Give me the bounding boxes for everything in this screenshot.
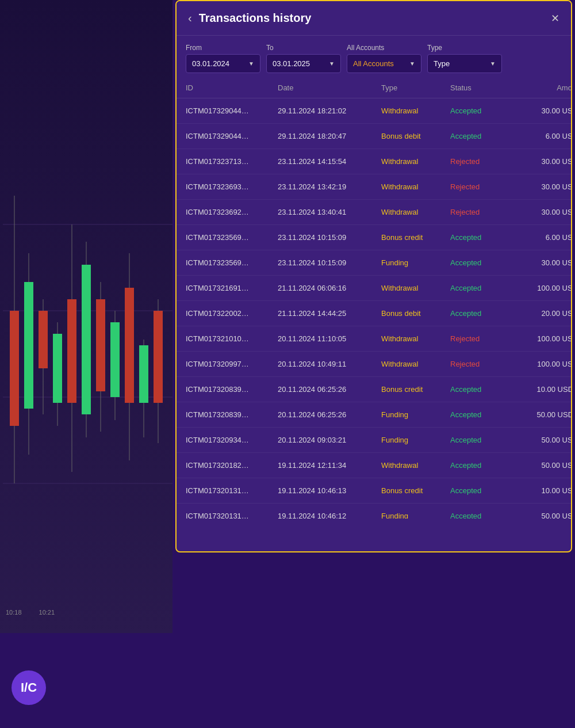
table-row[interactable]: ICTM017323713… 23.11.2024 14:15:54 Withd…: [177, 149, 571, 174]
cell-type: Funding: [381, 410, 450, 419]
table-row[interactable]: ICTM017322002… 21.11.2024 14:44:25 Bonus…: [177, 301, 571, 326]
svg-rect-9: [39, 311, 48, 368]
cell-amount: 100.00 USD ›: [508, 360, 571, 368]
table-row[interactable]: ICTM017323693… 23.11.2024 13:42:19 Withd…: [177, 174, 571, 200]
from-date-value: 03.01.2024: [192, 59, 229, 68]
cell-date: 19.11.2024 10:46:12: [278, 512, 381, 519]
cell-amount: 50.00 USD ›: [508, 436, 571, 444]
accounts-filter-label: All Accounts: [347, 44, 421, 52]
cell-amount: 30.00 USD ›: [508, 157, 571, 166]
cell-id: ICTM017329044…: [186, 106, 278, 115]
time-label-1: 10:18: [6, 609, 22, 616]
cell-type: Withdrawal: [381, 284, 450, 292]
close-button[interactable]: ✕: [551, 12, 559, 25]
cell-id: ICTM017320131…: [186, 512, 278, 519]
table-row[interactable]: ICTM017329044… 29.11.2024 18:20:47 Bonus…: [177, 124, 571, 149]
back-button[interactable]: ‹: [188, 12, 192, 25]
cell-date: 20.11.2024 06:25:26: [278, 410, 381, 419]
accounts-select[interactable]: All Accounts ▼: [347, 54, 421, 73]
cell-amount: 50.00 USDT ›: [508, 410, 571, 419]
from-filter-group: From 03.01.2024 ▼: [186, 44, 260, 73]
cell-id: ICTM017320997…: [186, 360, 278, 368]
cell-date: 19.11.2024 12:11:34: [278, 461, 381, 470]
table-row[interactable]: ICTM017320839… 20.11.2024 06:25:26 Fundi…: [177, 402, 571, 428]
cell-status: Rejected: [450, 157, 508, 166]
logo[interactable]: I/C: [12, 670, 46, 705]
svg-rect-11: [53, 334, 62, 403]
cell-type: Withdrawal: [381, 360, 450, 368]
cell-amount: 20.00 USD ›: [508, 309, 571, 318]
table-row[interactable]: ICTM017320182… 19.11.2024 12:11:34 Withd…: [177, 453, 571, 478]
cell-type: Funding: [381, 258, 450, 267]
chart-background: 10:18 10:21: [0, 0, 172, 633]
table-row[interactable]: ICTM017321691… 21.11.2024 06:06:16 Withd…: [177, 276, 571, 301]
cell-date: 23.11.2024 14:15:54: [278, 157, 381, 166]
cell-amount: 100.00 USD ›: [508, 284, 571, 292]
table-row[interactable]: ICTM017323569… 23.11.2024 10:15:09 Bonus…: [177, 225, 571, 250]
cell-date: 29.11.2024 18:20:47: [278, 132, 381, 140]
from-date-select[interactable]: 03.01.2024 ▼: [186, 54, 260, 73]
cell-date: 20.11.2024 10:49:11: [278, 360, 381, 368]
cell-id: ICTM017329044…: [186, 132, 278, 140]
cell-amount: 6.00 USD ›: [508, 233, 571, 242]
col-header-type: Type: [381, 83, 450, 92]
cell-status: Accepted: [450, 486, 508, 495]
cell-status: Accepted: [450, 385, 508, 394]
cell-type: Withdrawal: [381, 157, 450, 166]
table-row[interactable]: ICTM017320934… 20.11.2024 09:03:21 Fundi…: [177, 428, 571, 453]
type-chevron-icon: ▼: [490, 60, 496, 67]
transactions-modal: ‹ Transactions history ✕ From 03.01.2024…: [175, 0, 572, 552]
cell-type: Bonus credit: [381, 233, 450, 242]
cell-status: Accepted: [450, 410, 508, 419]
col-header-status: Status: [450, 83, 508, 92]
table-row[interactable]: ICTM017320839… 20.11.2024 06:25:26 Bonus…: [177, 377, 571, 402]
cell-id: ICTM017320934…: [186, 436, 278, 444]
cell-amount: 30.00 USD ›: [508, 258, 571, 267]
type-filter-label: Type: [427, 44, 502, 52]
table-row[interactable]: ICTM017323569… 23.11.2024 10:15:09 Fundi…: [177, 250, 571, 276]
table-header: ID Date Type Status Amount: [177, 78, 571, 98]
accounts-value: All Accounts: [353, 59, 394, 68]
cell-type: Funding: [381, 512, 450, 519]
cell-amount: 30.00 USD ›: [508, 106, 571, 115]
svg-rect-15: [82, 265, 91, 414]
cell-id: ICTM017323693…: [186, 182, 278, 191]
svg-rect-5: [10, 311, 19, 426]
cell-date: 21.11.2024 06:06:16: [278, 284, 381, 292]
cell-amount: 10.00 USD ›: [508, 486, 571, 495]
cell-amount: 10.00 USDT ›: [508, 385, 571, 394]
cell-id: ICTM017321010…: [186, 334, 278, 343]
svg-rect-25: [154, 311, 163, 403]
cell-type: Withdrawal: [381, 334, 450, 343]
cell-amount: 30.00 USD ›: [508, 208, 571, 216]
from-chevron-icon: ▼: [248, 60, 254, 67]
cell-status: Rejected: [450, 208, 508, 216]
cell-type: Withdrawal: [381, 461, 450, 470]
table-row[interactable]: ICTM017320131… 19.11.2024 10:46:12 Fundi…: [177, 504, 571, 519]
svg-rect-19: [110, 322, 120, 397]
table-body: ICTM017329044… 29.11.2024 18:21:02 Withd…: [177, 98, 571, 519]
cell-date: 20.11.2024 09:03:21: [278, 436, 381, 444]
cell-amount: 50.00 USD ›: [508, 461, 571, 470]
table-row[interactable]: ICTM017323692… 23.11.2024 13:40:41 Withd…: [177, 200, 571, 225]
table-row[interactable]: ICTM017320997… 20.11.2024 10:49:11 Withd…: [177, 352, 571, 377]
candlestick-chart: [3, 138, 172, 599]
svg-rect-21: [125, 288, 134, 403]
cell-amount: 30.00 USD ›: [508, 182, 571, 191]
table-row[interactable]: ICTM017321010… 20.11.2024 11:10:05 Withd…: [177, 326, 571, 352]
cell-id: ICTM017320131…: [186, 486, 278, 495]
cell-id: ICTM017322002…: [186, 309, 278, 318]
cell-id: ICTM017321691…: [186, 284, 278, 292]
type-select[interactable]: Type ▼: [427, 54, 502, 73]
table-row[interactable]: ICTM017329044… 29.11.2024 18:21:02 Withd…: [177, 98, 571, 124]
table-row[interactable]: ICTM017320131… 19.11.2024 10:46:13 Bonus…: [177, 478, 571, 504]
svg-rect-17: [96, 299, 105, 391]
cell-status: Rejected: [450, 182, 508, 191]
cell-status: Accepted: [450, 512, 508, 519]
to-date-select[interactable]: 03.01.2025 ▼: [266, 54, 341, 73]
cell-type: Bonus credit: [381, 385, 450, 394]
modal-header: ‹ Transactions history ✕: [177, 1, 571, 36]
cell-status: Accepted: [450, 106, 508, 115]
cell-type: Withdrawal: [381, 208, 450, 216]
type-value: Type: [434, 59, 450, 68]
